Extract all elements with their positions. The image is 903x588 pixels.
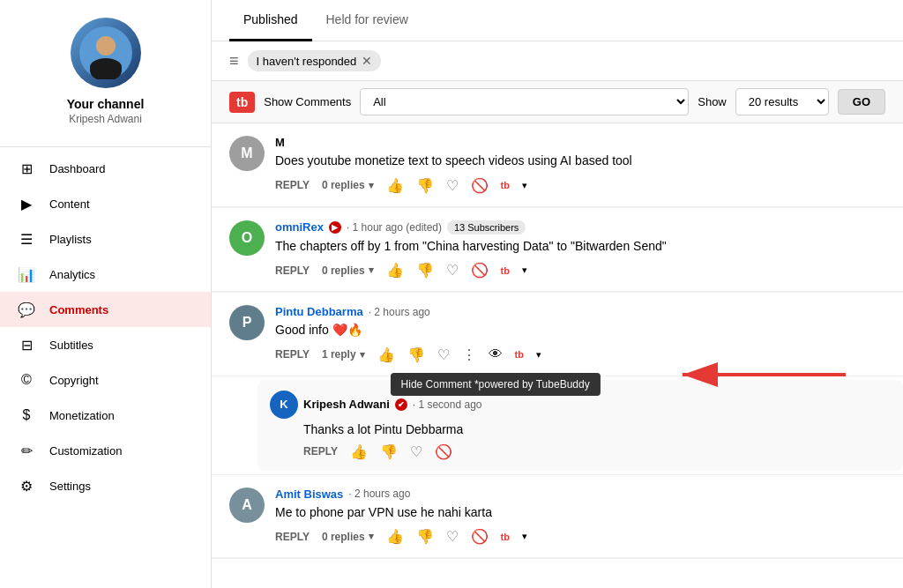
comment-text-3: Me to phone par VPN use he nahi karta [275,504,885,522]
tb-icon-0[interactable]: tb [501,180,510,190]
tb-chevron-2[interactable]: ▾ [536,349,541,361]
hide-icon-3[interactable]: 🚫 [471,528,489,545]
tb-icon-3[interactable]: tb [501,532,510,542]
tab-published[interactable]: Published [229,0,312,41]
subtitles-icon: ⊟ [18,336,35,354]
comment-author-1[interactable]: omniRex [275,220,324,234]
thumb-up-0[interactable]: 👍 [386,177,404,194]
sidebar-label-customization: Customization [49,444,122,458]
replies-btn-0[interactable]: 0 replies ▾ [322,179,374,191]
heart-0[interactable]: ♡ [446,177,459,194]
comment-text-0: Does youtube monetize text to speech vid… [275,153,885,170]
replies-chevron-2[interactable]: ▾ [360,349,365,361]
subscriber-badge-1: 13 Subscribers [447,220,526,234]
comment-main-0: M M Does youtube monetize text to speech… [212,123,903,207]
tb-icon-2[interactable]: tb [515,349,524,360]
tb-show-comments-label: Show Comments [264,95,351,108]
analytics-icon: 📊 [18,265,35,283]
verified-badge-1: ▶ [329,221,341,234]
reply-thumb-down-2[interactable]: 👎 [380,443,398,460]
comment-main-3: A Amit Biswas · 2 hours ago Me to phone … [212,475,903,559]
sidebar-item-customization[interactable]: ✏ Customization [0,433,211,468]
replies-btn-2[interactable]: 1 reply ▾ [322,348,365,361]
tooltip-hide-comment: Hide Comment *powered by TubeBuddy [391,373,601,396]
filter-chip[interactable]: I haven't responded ✕ [248,50,382,71]
monetization-icon: $ [18,406,35,424]
sidebar-item-dashboard[interactable]: ⊞ Dashboard [0,151,211,186]
sidebar-item-monetization[interactable]: $ Monetization [0,398,211,433]
replies-chevron-3[interactable]: ▾ [369,531,374,542]
sidebar-item-comments[interactable]: 💬 Comments [0,292,211,327]
tab-held-for-review[interactable]: Held for review [312,0,422,41]
more-icon-2[interactable]: ⋮ [462,346,476,363]
hide-icon-0[interactable]: 🚫 [471,177,489,194]
filter-icon[interactable]: ≡ [229,52,239,71]
results-select[interactable]: 20 results 50 results 100 results [735,88,829,115]
comment-avatar-0: M [229,136,265,171]
heart-2[interactable]: ♡ [437,346,450,363]
sidebar-item-copyright[interactable]: © Copyright [0,362,211,398]
reply-reply-btn-2[interactable]: REPLY [303,445,338,458]
reply-verified-2: ✔ [395,398,407,411]
comment-actions-2: REPLY 1 reply ▾ 👍 👎 ♡ ⋮ 👁 Hide Comment *… [275,346,885,363]
comment-header-2: Pintu Debbarma · 2 hours ago [275,305,885,318]
go-button[interactable]: GO [838,89,885,115]
replies-btn-1[interactable]: 0 replies ▾ [322,264,374,277]
comment-item-1: O omniRex ▶ · 1 hour ago (edited) 13 Sub… [212,208,903,294]
reply-thumb-up-2[interactable]: 👍 [350,443,368,460]
comment-author-2[interactable]: Pintu Debbarma [275,305,363,318]
avatar [71,18,141,88]
show-comments-select[interactable]: All My channel comments Unread Questions… [360,88,689,115]
comment-item-2: P Pintu Debbarma · 2 hours ago Good info… [212,293,903,475]
comment-item-0: M M Does youtube monetize text to speech… [212,123,903,208]
hide-icon-1[interactable]: 🚫 [471,262,489,279]
reply-btn-0[interactable]: REPLY [275,179,310,191]
thumb-up-2[interactable]: 👍 [377,346,395,363]
comment-author-3[interactable]: Amit Biswas [275,488,343,501]
comment-text-1: The chapters off by 1 from "China harves… [275,238,885,256]
sidebar-item-subtitles[interactable]: ⊟ Subtitles [0,327,211,362]
sidebar-item-content[interactable]: ▶ Content [0,186,211,221]
reply-heart-2[interactable]: ♡ [410,443,422,460]
sidebar-label-monetization: Monetization [49,409,115,422]
sidebar-label-settings: Settings [49,480,91,493]
tb-icon-1[interactable]: tb [501,265,510,276]
thumb-down-2[interactable]: 👎 [407,346,425,363]
reply-btn-1[interactable]: REPLY [275,264,310,277]
copyright-icon: © [18,371,35,389]
reply-btn-2[interactable]: REPLY [275,348,310,361]
reply-actions-2: REPLY 👍 👎 ♡ 🚫 [303,443,891,460]
tb-chevron-3[interactable]: ▾ [522,531,527,542]
reply-author-2[interactable]: Kripesh Adwani [303,398,390,411]
replies-btn-3[interactable]: 0 replies ▾ [322,531,374,543]
tb-show-label: Show [698,95,727,108]
svg-point-3 [90,58,122,76]
channel-handle: Kripesh Adwani [69,113,142,125]
comment-main-1: O omniRex ▶ · 1 hour ago (edited) 13 Sub… [212,208,903,293]
filter-chip-label: I haven't responded [257,55,357,68]
reply-btn-3[interactable]: REPLY [275,531,310,543]
comments-icon: 💬 [18,301,35,318]
thumb-down-3[interactable]: 👎 [416,528,434,545]
sidebar-label-analytics: Analytics [49,268,95,281]
replies-chevron-1[interactable]: ▾ [369,264,374,276]
reply-hide-2[interactable]: 🚫 [435,443,452,460]
hide-icon-2[interactable]: 👁 [489,346,503,362]
thumb-down-0[interactable]: 👎 [416,177,434,194]
comment-actions-0: REPLY 0 replies ▾ 👍 👎 ♡ 🚫 tb ▾ [275,177,885,194]
thumb-up-1[interactable]: 👍 [386,262,404,279]
thumb-up-3[interactable]: 👍 [386,528,404,545]
replies-chevron-0[interactable]: ▾ [369,180,374,191]
heart-1[interactable]: ♡ [446,262,459,279]
thumb-down-1[interactable]: 👎 [416,262,434,279]
filter-chip-close[interactable]: ✕ [362,54,372,68]
sidebar-item-settings[interactable]: ⚙ Settings [0,468,211,503]
sidebar-item-playlists[interactable]: ☰ Playlists [0,221,211,257]
comment-time-1: · 1 hour ago (edited) [347,221,442,234]
comment-header-1: omniRex ▶ · 1 hour ago (edited) 13 Subsc… [275,220,885,234]
tb-chevron-1[interactable]: ▾ [522,264,527,276]
tb-chevron-0[interactable]: ▾ [522,180,527,191]
sidebar-nav: ⊞ Dashboard ▶ Content ☰ Playlists 📊 Anal… [0,151,211,503]
heart-3[interactable]: ♡ [446,528,459,545]
sidebar-item-analytics[interactable]: 📊 Analytics [0,257,211,292]
